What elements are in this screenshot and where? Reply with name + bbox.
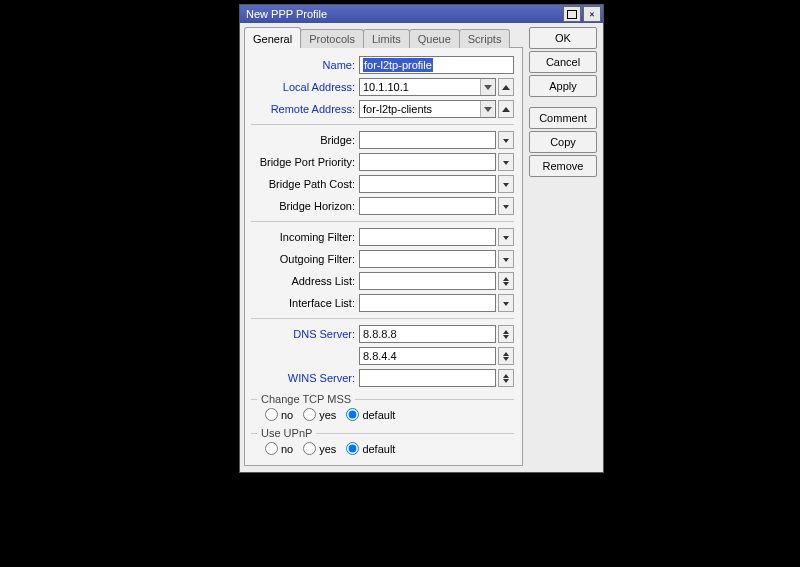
remove-button[interactable]: Remove [529,155,597,177]
outgoing-filter-select[interactable] [359,250,496,268]
mss-radio-yes[interactable]: yes [303,408,336,421]
titlebar[interactable]: New PPP Profile [240,5,603,23]
separator [251,124,514,125]
name-input[interactable]: for-l2tp-profile [359,56,514,74]
bridge-port-priority-input[interactable] [359,153,496,171]
copy-button[interactable]: Copy [529,131,597,153]
interface-list-select[interactable] [359,294,496,312]
row-name: Name: for-l2tp-profile [251,54,514,76]
label-bridge-horizon: Bridge Horizon: [251,200,359,212]
label-local-address: Local Address: [251,81,359,93]
label-incoming-filter: Incoming Filter: [251,231,359,243]
label-bridge-path-cost: Bridge Path Cost: [251,178,359,190]
row-dns-server-1: DNS Server: 8.8.8.8 [251,323,514,345]
row-dns-server-2: 8.8.4.4 [251,345,514,367]
interface-list-expand-button[interactable] [498,294,514,312]
window-title: New PPP Profile [246,8,561,20]
separator [251,221,514,222]
panel-general: Name: for-l2tp-profile Local Address: 10… [244,47,523,466]
address-list-input[interactable] [359,272,496,290]
ok-button[interactable]: OK [529,27,597,49]
upnp-radio-yes[interactable]: yes [303,442,336,455]
incoming-filter-select[interactable] [359,228,496,246]
tabs: General Protocols Limits Queue Scripts [244,27,523,48]
row-remote-address: Remote Address: for-l2tp-clients [251,98,514,120]
separator [251,318,514,319]
row-incoming-filter: Incoming Filter: [251,226,514,248]
local-address-select[interactable]: 10.1.10.1 [359,78,496,96]
bridge-horizon-input[interactable] [359,197,496,215]
dns-server-2-spinner-button[interactable] [498,347,514,365]
bridge-port-priority-expand-button[interactable] [498,153,514,171]
group-change-tcp-mss: Change TCP MSS no yes default [251,393,514,423]
upnp-radio-default[interactable]: default [346,442,395,455]
bridge-expand-button[interactable] [498,131,514,149]
bridge-horizon-expand-button[interactable] [498,197,514,215]
cancel-button[interactable]: Cancel [529,51,597,73]
row-interface-list: Interface List: [251,292,514,314]
bridge-path-cost-expand-button[interactable] [498,175,514,193]
incoming-filter-expand-button[interactable] [498,228,514,246]
row-address-list: Address List: [251,270,514,292]
tab-limits[interactable]: Limits [363,29,410,48]
bridge-select[interactable] [359,131,496,149]
dns-server-1-input[interactable]: 8.8.8.8 [359,325,496,343]
row-outgoing-filter: Outgoing Filter: [251,248,514,270]
chevron-down-icon[interactable] [480,101,495,117]
row-bridge-path-cost: Bridge Path Cost: [251,173,514,195]
mss-radio-default[interactable]: default [346,408,395,421]
label-change-tcp-mss: Change TCP MSS [261,393,351,405]
dns-server-2-input[interactable]: 8.8.4.4 [359,347,496,365]
remote-address-collapse-button[interactable] [498,100,514,118]
outgoing-filter-expand-button[interactable] [498,250,514,268]
bridge-path-cost-input[interactable] [359,175,496,193]
label-bridge-port-priority: Bridge Port Priority: [251,156,359,168]
label-remote-address: Remote Address: [251,103,359,115]
group-use-upnp: Use UPnP no yes default [251,427,514,457]
right-buttons: OK Cancel Apply Comment Copy Remove [529,27,597,466]
tab-scripts[interactable]: Scripts [459,29,511,48]
ppp-profile-window: New PPP Profile General Protocols Limits… [239,4,604,473]
label-outgoing-filter: Outgoing Filter: [251,253,359,265]
chevron-down-icon[interactable] [480,79,495,95]
tab-queue[interactable]: Queue [409,29,460,48]
label-interface-list: Interface List: [251,297,359,309]
comment-button[interactable]: Comment [529,107,597,129]
label-dns-server: DNS Server: [251,328,359,340]
row-bridge: Bridge: [251,129,514,151]
label-wins-server: WINS Server: [251,372,359,384]
address-list-spinner-button[interactable] [498,272,514,290]
remote-address-select[interactable]: for-l2tp-clients [359,100,496,118]
mss-radio-no[interactable]: no [265,408,293,421]
wins-server-spinner-button[interactable] [498,369,514,387]
row-bridge-horizon: Bridge Horizon: [251,195,514,217]
tab-protocols[interactable]: Protocols [300,29,364,48]
dns-server-1-spinner-button[interactable] [498,325,514,343]
apply-button[interactable]: Apply [529,75,597,97]
window-body: General Protocols Limits Queue Scripts N… [240,23,603,472]
label-address-list: Address List: [251,275,359,287]
label-use-upnp: Use UPnP [261,427,312,439]
left-pane: General Protocols Limits Queue Scripts N… [244,27,523,466]
label-bridge: Bridge: [251,134,359,146]
row-local-address: Local Address: 10.1.10.1 [251,76,514,98]
label-name: Name: [251,59,359,71]
wins-server-input[interactable] [359,369,496,387]
tab-general[interactable]: General [244,27,301,48]
row-bridge-port-priority: Bridge Port Priority: [251,151,514,173]
close-button[interactable] [583,6,601,22]
maximize-button[interactable] [563,6,581,22]
upnp-radio-no[interactable]: no [265,442,293,455]
local-address-collapse-button[interactable] [498,78,514,96]
row-wins-server: WINS Server: [251,367,514,389]
button-spacer [529,99,597,105]
